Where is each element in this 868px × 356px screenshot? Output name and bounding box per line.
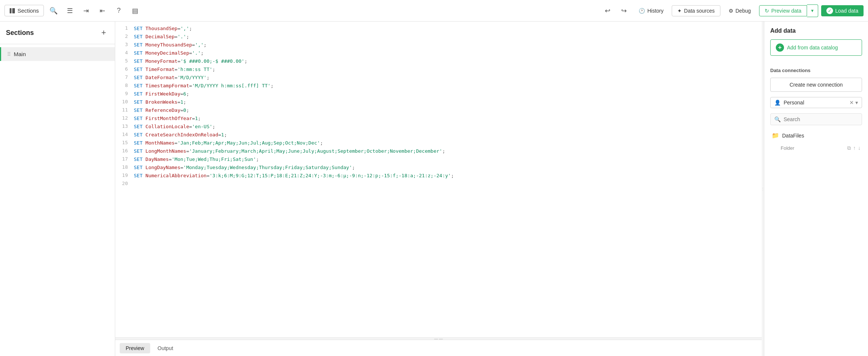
add-data-title: Add data — [770, 27, 862, 34]
line-number: 15 — [115, 139, 134, 145]
debug-button[interactable]: ⚙ Debug — [723, 6, 756, 16]
folder-action-icons: ⧉ ↑ ↓ — [847, 145, 861, 151]
load-data-button[interactable]: ✓ Load data — [821, 5, 864, 16]
folder-sub-label: Folder — [781, 145, 794, 151]
person-icon: 👤 — [774, 100, 781, 106]
line-number: 10 — [115, 98, 134, 104]
tab-preview[interactable]: Preview — [120, 343, 150, 353]
line-content: SET ReferenceDay=0; — [134, 106, 762, 114]
line-number: 17 — [115, 155, 134, 162]
line-number: 1 — [115, 25, 134, 31]
load-icon: ✓ — [826, 7, 833, 14]
expand-connection-icon[interactable]: ▾ — [855, 100, 858, 106]
debug-icon: ⚙ — [729, 8, 733, 14]
line-content: SET DateFormat='M/D/YYYY'; — [134, 74, 762, 82]
sidebar-header: Sections + — [0, 22, 115, 44]
help-button[interactable]: ? — [112, 4, 126, 17]
preview-label: Preview data — [771, 8, 801, 14]
search-box: 🔍 — [770, 113, 862, 125]
sidebar: Sections + ⠿ Main — [0, 22, 115, 356]
code-line: 5SET MoneyFormat='$ ###0.00;-$ ###0.00'; — [115, 57, 762, 65]
drag-handle-icon: ⠿ — [7, 51, 11, 57]
code-editor[interactable]: 1SET ThousandSep=',';2SET DecimalSep='.'… — [115, 22, 762, 337]
datasources-label: Data sources — [684, 8, 714, 14]
preview-dropdown-button[interactable]: ▾ — [807, 4, 818, 17]
indent-button[interactable]: ⇥ — [80, 4, 93, 17]
load-label: Load data — [835, 8, 858, 14]
line-content: SET CreateSearchIndexOnReload=1; — [134, 131, 762, 139]
line-number: 20 — [115, 180, 134, 186]
line-number: 12 — [115, 114, 134, 121]
line-content: SET TimestampFormat='M/D/YYYY h:mm:ss[.f… — [134, 82, 762, 90]
add-data-section: Add data + Add from data catalog — [764, 22, 868, 62]
sidebar-item-main[interactable]: ⠿ Main — [0, 47, 115, 61]
toolbar-right: ↩ ↪ 🕐 History ✦ Data sources ⚙ Debug ↻ P… — [601, 4, 864, 17]
code-line: 12SET FirstMonthOfYear=1; — [115, 114, 762, 123]
plus-circle-icon: + — [776, 43, 784, 52]
chevron-down-icon: ▾ — [811, 8, 814, 13]
connection-select[interactable]: Personal — [784, 100, 846, 106]
shortcuts-button[interactable]: ▤ — [129, 4, 142, 17]
sidebar-title: Sections — [6, 29, 34, 37]
code-line: 20 — [115, 180, 762, 188]
line-content: SET MoneyDecimalSep='.'; — [134, 49, 762, 57]
data-connections-section: Data connections Create new connection 👤… — [764, 62, 868, 156]
line-number: 11 — [115, 106, 134, 113]
line-content: SET TimeFormat='h:mm:ss TT'; — [134, 65, 762, 74]
create-connection-button[interactable]: Create new connection — [770, 78, 862, 92]
preview-group: ↻ Preview data ▾ — [759, 4, 818, 17]
line-number: 14 — [115, 131, 134, 137]
folder-sub-row: Folder ⧉ ↑ ↓ — [770, 142, 862, 154]
outdent-button[interactable]: ⇤ — [96, 4, 109, 17]
search-icon: 🔍 — [774, 116, 781, 122]
shortcuts-icon: ▤ — [132, 7, 138, 15]
sections-button-label: Sections — [17, 7, 39, 14]
tab-output[interactable]: Output — [152, 343, 179, 353]
preview-icon: ↻ — [765, 8, 769, 14]
connection-filter-actions: ✕ ▾ — [849, 100, 858, 106]
datasources-button[interactable]: ✦ Data sources — [672, 5, 720, 16]
code-line: 3SET MoneyThousandSep=','; — [115, 41, 762, 49]
sections-toggle-button[interactable]: Sections — [4, 5, 44, 16]
code-line: 15SET MonthNames='Jan;Feb;Mar;Apr;May;Ju… — [115, 139, 762, 147]
code-line: 6SET TimeFormat='h:mm:ss TT'; — [115, 65, 762, 74]
add-from-catalog-button[interactable]: + Add from data catalog — [770, 39, 862, 56]
datasources-icon: ✦ — [677, 8, 682, 14]
help-icon: ? — [117, 7, 121, 14]
search-button[interactable]: 🔍 — [47, 4, 60, 17]
copy-file-icon[interactable]: ⧉ — [847, 145, 851, 151]
line-number: 9 — [115, 90, 134, 96]
code-line: 2SET DecimalSep='.'; — [115, 33, 762, 41]
code-line: 17SET DayNames='Mon;Tue;Wed;Thu;Fri;Sat;… — [115, 155, 762, 164]
preview-data-button[interactable]: ↻ Preview data — [759, 5, 807, 16]
sidebar-add-button[interactable]: + — [99, 27, 109, 38]
upload-file-icon[interactable]: ↑ — [853, 145, 856, 151]
search-input[interactable] — [784, 116, 858, 122]
redo-button[interactable]: ↪ — [617, 4, 630, 17]
line-content — [134, 180, 762, 188]
history-button[interactable]: 🕐 History — [633, 6, 669, 16]
svg-rect-1 — [12, 8, 15, 13]
line-content: SET LongDayNames='Monday;Tuesday;Wednesd… — [134, 164, 762, 172]
main-area: Sections + ⠿ Main 1SET ThousandSep=',';2… — [0, 22, 868, 356]
folder-sub-item[interactable]: Folder ⧉ ↑ ↓ — [779, 142, 862, 154]
line-number: 13 — [115, 123, 134, 129]
add-catalog-label: Add from data catalog — [787, 45, 838, 51]
download-file-icon[interactable]: ↓ — [858, 145, 861, 151]
tab-output-label: Output — [158, 345, 173, 351]
history-icon: 🕐 — [639, 8, 645, 14]
code-line: 14SET CreateSearchIndexOnReload=1; — [115, 131, 762, 139]
clear-connection-icon[interactable]: ✕ — [849, 100, 854, 106]
undo-button[interactable]: ↩ — [601, 4, 614, 17]
redo-icon: ↪ — [621, 7, 627, 15]
code-line: 16SET LongMonthNames='January;February;M… — [115, 147, 762, 155]
debug-label: Debug — [736, 8, 751, 14]
code-line: 13SET CollationLocale='en-US'; — [115, 123, 762, 131]
code-line: 7SET DateFormat='M/D/YYYY'; — [115, 74, 762, 82]
create-connection-label: Create new connection — [790, 82, 843, 88]
folder-row-datafiles[interactable]: 📁 DataFiles — [770, 129, 862, 142]
line-content: SET DecimalSep='.'; — [134, 33, 762, 41]
line-content: SET LongMonthNames='January;February;Mar… — [134, 147, 762, 155]
comment-button[interactable]: ☰ — [63, 4, 77, 17]
line-content: SET FirstWeekDay=6; — [134, 90, 762, 98]
